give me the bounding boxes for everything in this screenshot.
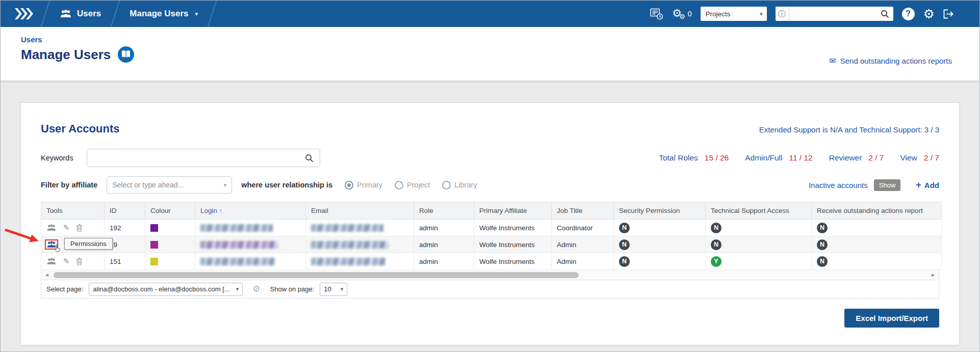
chevron-down-icon: ▾ <box>341 286 344 292</box>
cell-job-title: Coordinator <box>552 220 614 236</box>
horizontal-scrollbar[interactable]: ◄ ► <box>41 270 939 280</box>
settings-gear-icon[interactable]: ⚙ <box>923 7 935 21</box>
projects-select-value: Projects <box>706 10 731 18</box>
add-user-button[interactable]: + Add <box>916 180 939 191</box>
inactive-accounts-label: Inactive accounts <box>809 181 868 189</box>
radio-project[interactable]: Project <box>395 181 430 189</box>
scrollbar-thumb[interactable] <box>54 272 579 278</box>
redacted-login <box>200 241 278 249</box>
keywords-search-box <box>87 149 320 167</box>
cell-affiliate: Wolfe Instruments <box>474 236 552 253</box>
col-tech-support-access[interactable]: Technical Support Access <box>706 202 812 220</box>
cell-login <box>195 236 306 253</box>
stat-reviewer: Reviewer 2 / 7 <box>829 153 884 163</box>
permissions-tooltip: Permissions <box>64 238 113 250</box>
col-role[interactable]: Role <box>414 202 474 220</box>
affiliate-select-placeholder: Select or type ahead... <box>112 181 184 189</box>
help-icon[interactable]: ? <box>902 8 915 20</box>
send-reports-label: Send outstanding actions reports <box>840 57 952 65</box>
logout-icon[interactable] <box>943 9 955 19</box>
cell-role: admin <box>414 253 474 270</box>
col-primary-affiliate[interactable]: Primary Affiliate <box>474 202 552 220</box>
table-row: ✎ 151 admin <box>41 253 942 270</box>
page-size-select[interactable]: 10 ▾ <box>320 283 347 296</box>
show-on-page-label: Show on page: <box>270 285 315 293</box>
cell-email <box>306 253 414 270</box>
stat-view: View 2 / 7 <box>900 153 940 163</box>
show-inactive-button[interactable]: Show <box>874 179 901 191</box>
gear-icon: ⚙ <box>679 13 685 20</box>
breadcrumb[interactable]: Users <box>21 35 42 44</box>
radio-dot <box>345 181 353 189</box>
affiliate-select[interactable]: Select or type ahead... ▾ <box>107 176 232 194</box>
radio-primary[interactable]: Primary <box>345 181 382 189</box>
send-reports-link[interactable]: ✉ Send outstanding actions reports <box>829 56 952 66</box>
cell-role: admin <box>414 236 474 253</box>
delete-icon[interactable] <box>76 224 83 232</box>
gear-icon[interactable]: ⚙ <box>252 284 260 294</box>
nav-tab-label: Manage Users <box>130 9 188 19</box>
colour-swatch <box>150 224 158 232</box>
select-page-label: Select page: <box>46 285 83 293</box>
app-logo-icon[interactable] <box>1 1 42 27</box>
radio-dot <box>442 181 451 189</box>
col-colour[interactable]: Colour <box>145 202 195 220</box>
status-badge: N <box>817 239 828 250</box>
status-badge: N <box>711 239 721 250</box>
projects-select[interactable]: Projects ▾ <box>701 7 767 21</box>
colour-swatch <box>150 258 158 265</box>
relationship-label: where user relationship is <box>241 181 332 189</box>
cursor-hand-icon <box>55 245 60 252</box>
col-security-permission[interactable]: Security Permission <box>614 202 706 220</box>
page-title: Manage Users <box>21 47 111 63</box>
redacted-login <box>200 258 275 265</box>
col-receive-report[interactable]: Receive outstanding actions report <box>812 202 942 220</box>
cell-security: N <box>614 220 706 236</box>
col-id[interactable]: ID <box>105 202 145 220</box>
col-login-sorted[interactable]: Login ↑ <box>195 202 306 220</box>
keywords-input[interactable] <box>93 154 305 162</box>
nav-divider <box>42 1 48 27</box>
help-book-icon[interactable] <box>117 46 135 63</box>
colour-swatch <box>150 241 158 249</box>
status-badge: N <box>817 256 828 267</box>
scroll-right-button[interactable]: ► <box>929 272 937 278</box>
global-search-input[interactable] <box>789 7 877 21</box>
nav-tab-manage-users[interactable]: Manage Users ▾ <box>118 1 209 27</box>
section-title: User Accounts <box>41 122 119 136</box>
report-schedule-icon[interactable] <box>650 8 663 20</box>
filter-affiliate-label: Filter by affiliate <box>41 181 97 189</box>
table-header-row: Tools ID Colour Login ↑ Email Role Prima… <box>41 202 942 220</box>
search-icon[interactable] <box>305 154 314 163</box>
redacted-login <box>200 224 273 232</box>
cell-id: 151 <box>105 253 145 270</box>
radio-library[interactable]: Library <box>442 181 477 189</box>
global-search: ⓘ <box>776 7 893 21</box>
info-icon[interactable]: ⓘ <box>776 7 789 21</box>
edit-icon[interactable]: ✎ <box>63 257 70 266</box>
excel-import-export-button[interactable]: Excel Import/Export <box>844 309 939 328</box>
support-summary: Extended Support is N/A and Technical Su… <box>759 125 939 134</box>
search-icon[interactable] <box>877 7 893 21</box>
nav-tab-users[interactable]: Users <box>48 1 112 27</box>
annotation-arrow <box>3 226 49 250</box>
sort-ascending-icon: ↑ <box>219 207 222 214</box>
background-tasks-indicator[interactable]: ⚙ ⚙ 0 <box>672 8 691 20</box>
table-row: ✎ 19 admin <box>41 236 942 253</box>
scroll-left-button[interactable]: ◄ <box>43 272 51 278</box>
cell-colour <box>145 220 195 236</box>
delete-icon[interactable] <box>76 258 83 265</box>
cell-receive: N <box>812 253 942 270</box>
cell-login <box>195 220 306 236</box>
col-job-title[interactable]: Job Title <box>552 202 614 220</box>
cell-tech-support: N <box>706 236 812 253</box>
page-select[interactable]: alina@docboss.com - elena@docboss.com [.… <box>89 283 243 296</box>
edit-icon[interactable]: ✎ <box>63 223 70 232</box>
chevron-down-icon: ▾ <box>760 11 763 17</box>
cell-security: N <box>614 236 706 253</box>
scrollbar-track[interactable] <box>53 272 927 279</box>
permissions-icon[interactable] <box>46 258 57 265</box>
chevron-down-icon: ▾ <box>195 11 198 17</box>
cell-email <box>306 220 414 236</box>
col-email[interactable]: Email <box>306 202 414 220</box>
